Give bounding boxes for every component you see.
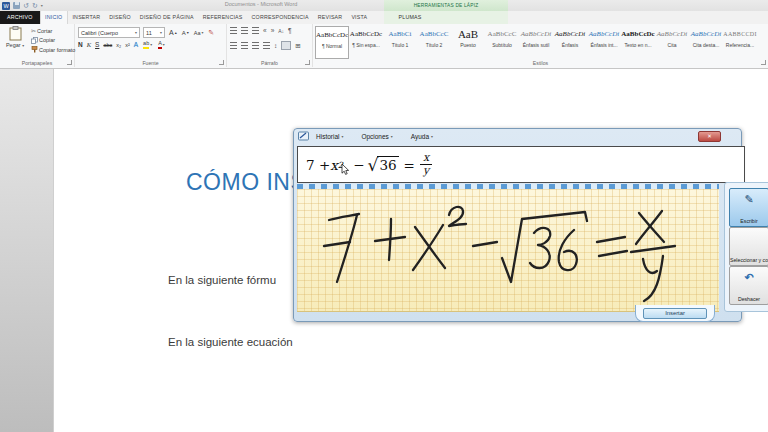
style-subtitulo[interactable]: AaBbCcCSubtítulo	[485, 26, 519, 57]
decrease-indent-icon[interactable]: «	[263, 27, 267, 34]
shading-icon[interactable]	[281, 41, 291, 50]
highlight-button[interactable]: ab▾	[142, 40, 153, 49]
undo-arrow-icon: ↶	[730, 271, 768, 284]
italic-button[interactable]: K	[87, 41, 91, 48]
select-and-correct-button[interactable]: Seleccionar y corregir	[729, 227, 768, 266]
multilevel-list-icon[interactable]	[252, 27, 259, 34]
clear-formatting-button[interactable]: ✎	[207, 29, 215, 37]
save-icon[interactable]	[13, 2, 20, 9]
style-referencia[interactable]: AABBCCDIReferencia...	[723, 26, 757, 57]
math-panel-titlebar[interactable]: Historial▾ Opciones▾ Ayuda▾ ✕	[294, 129, 741, 144]
show-marks-icon[interactable]: ¶	[288, 27, 292, 34]
font-group: Calibri (Cuerpo ▾ 11 ▾ A▴ A▾ Aa▾ ✎ N K S…	[75, 24, 227, 67]
style-name: Énfasis sutil	[519, 42, 553, 48]
numbering-icon[interactable]	[241, 27, 248, 34]
write-button[interactable]: ✎ Escribir	[729, 188, 768, 227]
undo-icon[interactable]: ↺	[23, 1, 29, 10]
redo-icon[interactable]: ↻	[32, 1, 38, 10]
align-center-icon[interactable]	[241, 42, 248, 49]
style-sin-espaciado[interactable]: AaBbCcDc¶ Sin espa...	[349, 26, 383, 57]
history-menu[interactable]: Historial▾	[316, 133, 343, 140]
copy-button[interactable]: Copiar	[30, 37, 76, 44]
style-name: Énfasis int...	[587, 42, 621, 48]
line-spacing-icon[interactable]: ↕	[274, 42, 277, 49]
sort-icon[interactable]: A↓	[278, 28, 284, 34]
align-right-icon[interactable]	[252, 42, 259, 49]
text-effects-button[interactable]: A	[134, 41, 138, 48]
style-titulo-1[interactable]: AaBbCiTítulo 1	[383, 26, 417, 57]
writing-pad[interactable]	[297, 189, 719, 312]
font-color-button[interactable]: A▾	[157, 40, 166, 49]
tab-revisar[interactable]: REVISAR	[313, 11, 347, 24]
tab-insertar[interactable]: INSERTAR	[68, 11, 105, 24]
format-painter-button[interactable]: Copiar formato	[30, 46, 76, 53]
document-paragraph-2[interactable]: En la siguiente ecuación	[168, 336, 293, 348]
style-preview: AABBCCDI	[723, 26, 757, 42]
tab-correspondencia[interactable]: CORRESPONDENCIA	[247, 11, 313, 24]
style-name: Cita	[655, 42, 689, 48]
help-caret-icon: ▾	[431, 134, 433, 139]
help-menu[interactable]: Ayuda▾	[411, 133, 433, 140]
style-name: ¶ Normal	[316, 43, 348, 49]
tab-diseno[interactable]: DISEÑO	[105, 11, 136, 24]
tab-referencias[interactable]: REFERENCIAS	[198, 11, 247, 24]
grow-font-button[interactable]: A▴	[168, 29, 178, 36]
change-case-caret-icon: ▾	[201, 30, 203, 35]
qat-customize-caret-icon[interactable]: ▾	[41, 3, 43, 8]
tab-inicio[interactable]: INICIO	[40, 11, 68, 24]
clipboard-dialog-launcher-icon[interactable]	[67, 60, 72, 65]
font-name-caret-icon: ▾	[135, 30, 137, 35]
style-puesto[interactable]: AaBPuesto	[451, 26, 485, 57]
strikethrough-button[interactable]: abc	[103, 42, 112, 48]
style-name: Referencia...	[723, 42, 757, 48]
style-cita-destacada[interactable]: AaBbCcDiCita desta...	[689, 26, 723, 57]
tab-vista[interactable]: VISTA	[347, 11, 372, 24]
justify-icon[interactable]	[263, 42, 270, 49]
tab-archivo[interactable]: ARCHIVO	[0, 11, 40, 24]
style-name: Cita desta...	[689, 42, 723, 48]
styles-dialog-launcher-icon[interactable]	[761, 60, 766, 65]
write-label: Escribir	[730, 218, 768, 224]
options-menu[interactable]: Opciones▾	[361, 133, 392, 140]
underline-button[interactable]: S	[95, 41, 99, 48]
undo-button[interactable]: ↶ Deshacer	[729, 266, 768, 305]
document-paragraph-1[interactable]: En la siguiente fórmu	[168, 274, 276, 286]
style-name: ¶ Sin espa...	[349, 42, 383, 48]
borders-icon[interactable]: ⊞	[295, 42, 300, 50]
insert-button[interactable]: Insertar	[643, 308, 707, 319]
superscript-button[interactable]: x²	[125, 42, 130, 48]
close-button[interactable]: ✕	[698, 131, 721, 142]
tab-diseno-de-pagina[interactable]: DISEÑO DE PÁGINA	[135, 11, 198, 24]
change-case-button[interactable]: Aa▾	[193, 30, 205, 36]
font-size-combobox[interactable]: 11 ▾	[143, 27, 165, 38]
format-painter-label: Copiar formato	[39, 47, 75, 53]
font-name-combobox[interactable]: Calibri (Cuerpo ▾	[78, 27, 140, 38]
shrink-font-button[interactable]: A▾	[181, 30, 190, 36]
font-dialog-launcher-icon[interactable]	[219, 60, 224, 65]
cut-button[interactable]: ✂ Cortar	[30, 27, 76, 34]
increase-indent-icon[interactable]: »	[271, 27, 275, 34]
style-titulo-2[interactable]: AaBbCcCTítulo 2	[417, 26, 451, 57]
grow-caret-icon: ▴	[175, 30, 177, 35]
bullets-icon[interactable]	[230, 27, 237, 34]
style-enfasis-intenso[interactable]: AaBbCcDiÉnfasis int...	[587, 26, 621, 57]
tab-plumas[interactable]: PLUMAS	[394, 11, 426, 24]
paragraph-dialog-launcher-icon[interactable]	[305, 60, 310, 65]
ribbon: Pegar ▾ ✂ Cortar Copiar	[0, 24, 768, 69]
equation-equals: =	[404, 157, 415, 173]
document-heading[interactable]: CÓMO INS	[186, 169, 306, 196]
style-cita[interactable]: AaBbCcDiCita	[655, 26, 689, 57]
style-texto-en-negrita[interactable]: AaBbCcDcTexto en n...	[621, 26, 655, 57]
paste-label: Pegar	[6, 42, 21, 48]
equation-fraction: xy	[420, 152, 432, 177]
style-enfasis-sutil[interactable]: AaBbCcDiÉnfasis sutil	[519, 26, 553, 57]
font-color-caret-icon: ▾	[163, 42, 165, 47]
style-normal[interactable]: AaBbCcDc¶ Normal	[315, 26, 349, 59]
bold-button[interactable]: N	[78, 41, 83, 48]
style-enfasis[interactable]: AaBbCcDiÉnfasis	[553, 26, 587, 57]
align-left-icon[interactable]	[230, 42, 237, 49]
paste-button[interactable]: Pegar ▾	[3, 26, 27, 63]
writing-area[interactable]	[297, 184, 719, 311]
subscript-button[interactable]: x₂	[116, 42, 121, 48]
copy-label: Copiar	[39, 37, 55, 43]
